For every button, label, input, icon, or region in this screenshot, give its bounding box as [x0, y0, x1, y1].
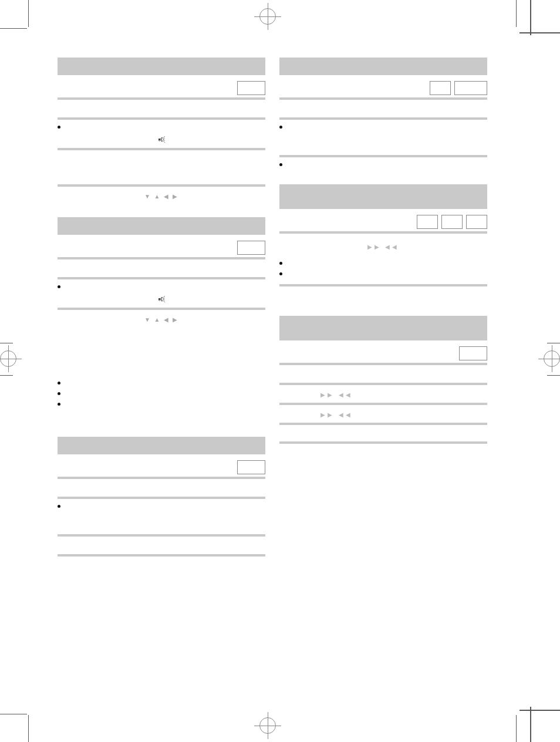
crop-mark — [0, 343, 13, 343]
arrow-glyphs-icon: ▼ ▲ ◀ ▶ — [144, 316, 178, 323]
step-with-image — [58, 241, 265, 259]
bullet-item — [279, 270, 487, 278]
step-row — [279, 103, 487, 120]
crop-mark — [28, 0, 29, 27]
bullet-item — [279, 123, 487, 131]
step-with-image — [279, 346, 487, 365]
ff-rw-row: ▶▶ ◀◀ — [279, 237, 487, 259]
registration-target-icon — [259, 8, 276, 25]
bullet-dot-icon — [279, 126, 282, 129]
right-column: ▶▶ ◀◀ ▶▶ ◀◀ ▶▶ ◀◀ — [279, 58, 487, 560]
step-with-image — [58, 81, 265, 100]
speaker-icon: 🕬 — [158, 295, 165, 303]
section-heading-bar — [58, 217, 265, 235]
step-image-placeholder — [441, 215, 463, 229]
page-content: 🕬 ▼ ▲ ◀ ▶ 🕬 ▼ ▲ ◀ ▶ — [58, 58, 487, 645]
crop-mark — [547, 343, 560, 343]
divider — [279, 441, 487, 444]
step-image-placeholder — [237, 460, 265, 474]
direction-arrows-row: ▼ ▲ ◀ ▶ — [58, 190, 265, 204]
crop-mark — [547, 375, 560, 376]
crop-mark — [530, 0, 531, 35]
step-with-image — [58, 460, 265, 479]
bullet-item — [58, 502, 265, 511]
bullet-item — [58, 123, 265, 131]
step-row — [58, 483, 265, 499]
crop-mark — [0, 714, 27, 714]
step-row: ▶▶ ◀◀ — [279, 409, 487, 425]
section-heading-bar — [279, 316, 487, 340]
bullet-item — [58, 379, 265, 387]
speaker-icon: 🕬 — [158, 136, 165, 144]
bullet-dot-icon — [279, 262, 282, 265]
step-image-placeholder — [454, 81, 487, 95]
bullet-dot-icon — [58, 505, 60, 508]
step-with-image — [279, 81, 487, 100]
step-row — [58, 513, 265, 537]
step-row — [279, 369, 487, 385]
step-row — [58, 263, 265, 279]
bullet-item — [279, 161, 487, 169]
bullet-dot-icon — [58, 403, 60, 406]
step-row: 🕬 — [58, 134, 265, 150]
step-row: 🕬 — [58, 294, 265, 310]
bullet-item — [58, 400, 265, 409]
section-heading-bar — [279, 58, 487, 75]
bullet-dot-icon — [58, 285, 60, 288]
bullet-item — [58, 283, 265, 291]
crop-mark — [516, 715, 517, 742]
bullet-dot-icon — [279, 163, 282, 166]
bullet-dot-icon — [58, 126, 60, 129]
crop-mark — [519, 32, 560, 33]
registration-target-icon — [544, 350, 560, 367]
bullet-dot-icon — [58, 382, 60, 385]
bullet-dot-icon — [279, 272, 282, 275]
step-with-image — [279, 215, 487, 234]
step-image-placeholder — [237, 241, 265, 255]
section-heading-bar — [279, 184, 487, 209]
step-row — [58, 103, 265, 120]
bullet-item — [58, 390, 265, 398]
registration-target-icon — [0, 350, 16, 367]
step-row — [279, 134, 487, 157]
registration-target-icon — [259, 717, 276, 734]
crop-mark — [530, 707, 531, 742]
step-image-placeholder — [237, 81, 265, 95]
direction-arrows-row: ▼ ▲ ◀ ▶ — [58, 313, 265, 328]
step-row: ▶▶ ◀◀ — [279, 389, 487, 405]
crop-mark — [0, 28, 27, 29]
step-row — [279, 281, 487, 286]
crop-mark — [516, 0, 517, 27]
arrow-glyphs-icon: ▼ ▲ ◀ ▶ — [144, 193, 178, 200]
fast-forward-rewind-icon: ▶▶ ◀◀ — [367, 244, 400, 250]
step-image-placeholder — [459, 346, 487, 360]
section-heading-bar — [58, 437, 265, 454]
section-heading-bar — [58, 58, 265, 75]
crop-mark — [28, 715, 29, 742]
fast-forward-rewind-icon: ▶▶ ◀◀ — [321, 392, 353, 398]
step-image-placeholder — [466, 215, 487, 229]
step-row — [58, 154, 265, 187]
step-row — [58, 540, 265, 556]
crop-mark — [0, 375, 13, 376]
step-image-placeholder — [430, 81, 451, 95]
fast-forward-rewind-icon: ▶▶ ◀◀ — [321, 412, 353, 418]
bullet-item — [279, 259, 487, 268]
step-image-placeholder — [417, 215, 438, 229]
left-column: 🕬 ▼ ▲ ◀ ▶ 🕬 ▼ ▲ ◀ ▶ — [58, 58, 265, 560]
bullet-dot-icon — [58, 392, 60, 395]
crop-mark — [519, 710, 560, 711]
